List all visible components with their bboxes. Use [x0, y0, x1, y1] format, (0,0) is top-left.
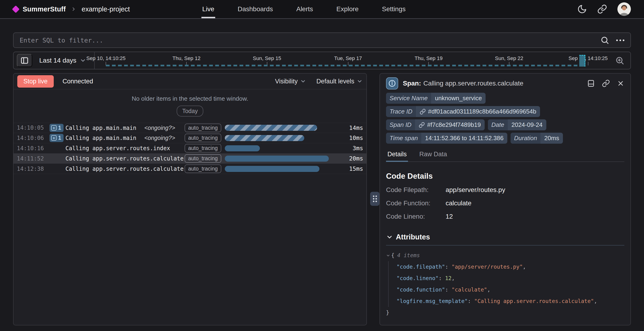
- panel-resize-handle[interactable]: [370, 192, 380, 206]
- attributes-toggle[interactable]: Attributes: [386, 233, 624, 241]
- default-levels-dropdown[interactable]: Default levels: [316, 78, 363, 85]
- panel-bottom-icon[interactable]: [587, 80, 595, 87]
- duration-bar: [225, 135, 304, 141]
- table-row[interactable]: 14:10:06 + 1 Calling app.main.main<ongoi…: [14, 133, 366, 143]
- table-row[interactable]: 14:10:05 + 1 Calling app.main.main<ongoi…: [14, 123, 366, 133]
- timeline-tick-label: Sun, Sep 22: [495, 55, 523, 62]
- ongoing-indicator: <ongoing?>: [144, 134, 175, 141]
- chevron-down-icon: [386, 234, 393, 240]
- today-button[interactable]: Today: [177, 106, 204, 116]
- row-duration: 15ms: [342, 166, 363, 172]
- meta-duration: Duration 20ms: [510, 133, 563, 144]
- live-panel: Stop live Connected Visibility Default l…: [13, 73, 367, 326]
- json-entry: "code.function": "calculate",: [396, 284, 624, 296]
- tab-raw-data[interactable]: Raw Data: [418, 148, 448, 162]
- breadcrumb: SummerStuff example-project: [13, 0, 130, 18]
- sql-filter-input[interactable]: [20, 37, 600, 44]
- row-timestamp: 14:10:06: [17, 135, 50, 141]
- link-icon: [420, 108, 426, 115]
- activity-sparkline: [106, 65, 579, 66]
- tag-badge: auto_tracing: [184, 164, 221, 173]
- expand-children-badge[interactable]: + 1: [50, 134, 64, 142]
- nav-actions: [577, 0, 631, 18]
- expand-children-badge[interactable]: + 1: [50, 124, 64, 132]
- tab-dashboards[interactable]: Dashboards: [237, 0, 274, 18]
- json-body: "code.filepath": "app/server/routes.py",…: [388, 261, 624, 307]
- row-message: Calling app.server.routes.calculate: [66, 155, 184, 162]
- tab-alerts[interactable]: Alerts: [295, 0, 314, 18]
- top-nav: SummerStuff example-project Live Dashboa…: [0, 0, 644, 19]
- tab-details[interactable]: Details: [386, 148, 408, 162]
- link-icon[interactable]: [597, 4, 607, 14]
- row-message: Calling app.server.routes.calculate: [66, 166, 184, 172]
- tab-explore[interactable]: Explore: [336, 0, 360, 18]
- code-details-heading: Code Details: [386, 172, 624, 180]
- tab-settings[interactable]: Settings: [381, 0, 406, 18]
- detail-title: Span:Calling app.server.routes.calculate: [403, 80, 524, 87]
- row-duration: 14ms: [342, 124, 363, 131]
- moon-icon[interactable]: [577, 4, 587, 14]
- table-row-selected[interactable]: 14:11:52 Calling app.server.routes.calcu…: [14, 154, 366, 164]
- sql-filter-bar: [13, 32, 631, 48]
- tag-badge: auto_tracing: [184, 154, 221, 163]
- timeline-tick-label: Thu, Sep 12: [172, 55, 200, 62]
- empty-notice: No older items in the selected time wind…: [14, 90, 366, 116]
- row-timestamp: 14:10:05: [17, 124, 50, 131]
- timeline-tick-label: Sun, Sep 15: [253, 55, 281, 62]
- child-count: 1: [58, 125, 61, 131]
- main-tabs: Live Dashboards Alerts Explore Settings: [191, 0, 417, 18]
- timeline-bar: Last 14 days Sep 10, 14:10:25 Thu, Sep 1…: [13, 52, 631, 70]
- empty-notice-text: No older items in the selected time wind…: [14, 95, 366, 102]
- stop-live-button[interactable]: Stop live: [17, 75, 54, 88]
- chevron-down-icon: [356, 78, 363, 84]
- link-icon[interactable]: [602, 80, 610, 87]
- chevron-right-icon: [71, 6, 76, 12]
- activity-spike: [579, 55, 585, 66]
- meta-span-id[interactable]: Span ID #f7c8e294f7489b19: [386, 119, 485, 130]
- time-range-select[interactable]: Last 14 days: [39, 57, 86, 64]
- visibility-dropdown[interactable]: Visibility: [275, 78, 306, 85]
- project-name[interactable]: example-project: [82, 5, 130, 13]
- connection-status: Connected: [62, 78, 93, 85]
- collapse-caret-icon[interactable]: [386, 254, 390, 258]
- detail-title-prefix: Span:: [403, 80, 421, 87]
- grip-dots-icon: [373, 196, 377, 202]
- ongoing-indicator: <ongoing?>: [144, 124, 175, 131]
- duration-bar: [225, 156, 329, 162]
- row-duration: 10ms: [342, 134, 363, 141]
- link-icon: [419, 122, 425, 128]
- chevron-down-icon: [300, 78, 306, 84]
- row-timestamp: 14:12:38: [17, 166, 50, 172]
- org-name[interactable]: SummerStuff: [23, 5, 66, 13]
- meta-trace-id[interactable]: Trace ID #df01acad0311189c8b66a466d96965…: [386, 106, 540, 117]
- tag-badge: auto_tracing: [184, 144, 221, 152]
- row-duration: 20ms: [342, 155, 363, 162]
- row-timestamp: 14:10:16: [17, 145, 50, 152]
- timeline-tick-label: Sep 10, 14:10:25: [86, 55, 126, 62]
- more-options-icon[interactable]: [616, 40, 624, 41]
- zoom-in-icon[interactable]: [615, 56, 624, 65]
- tab-live[interactable]: Live: [202, 0, 215, 18]
- live-panel-header: Stop live Connected Visibility Default l…: [14, 74, 366, 90]
- table-row[interactable]: 14:10:16 Calling app.server.routes.index…: [14, 143, 366, 154]
- plus-square-icon: +: [51, 125, 56, 130]
- detail-header: Span:Calling app.server.routes.calculate: [386, 74, 624, 90]
- json-item-count: 4 items: [397, 250, 420, 261]
- close-icon[interactable]: [617, 80, 624, 87]
- child-count: 1: [58, 135, 61, 141]
- duration-bar: [225, 166, 320, 172]
- plus-square-icon: +: [51, 135, 56, 140]
- search-icon[interactable]: [600, 36, 609, 44]
- timeline-tick-label: Tue, Sep 17: [334, 55, 362, 62]
- attributes-heading: Attributes: [396, 233, 430, 241]
- json-entry: "code.filepath": "app/server/routes.py",: [396, 261, 624, 272]
- timeline-chart[interactable]: Sep 10, 14:10:25 Thu, Sep 12 Sun, Sep 15…: [95, 52, 611, 69]
- row-message: Calling app.main.main: [66, 135, 136, 141]
- tag-badge: auto_tracing: [184, 124, 221, 132]
- sidebar-toggle-icon[interactable]: [17, 54, 32, 67]
- meta-date: Date 2024-09-24: [488, 119, 546, 130]
- avatar[interactable]: [617, 2, 631, 16]
- tick-mark: [588, 62, 588, 66]
- table-row[interactable]: 14:12:38 Calling app.server.routes.calcu…: [14, 164, 366, 174]
- json-entry: "logfire.msg_template": "Calling app.ser…: [396, 296, 624, 307]
